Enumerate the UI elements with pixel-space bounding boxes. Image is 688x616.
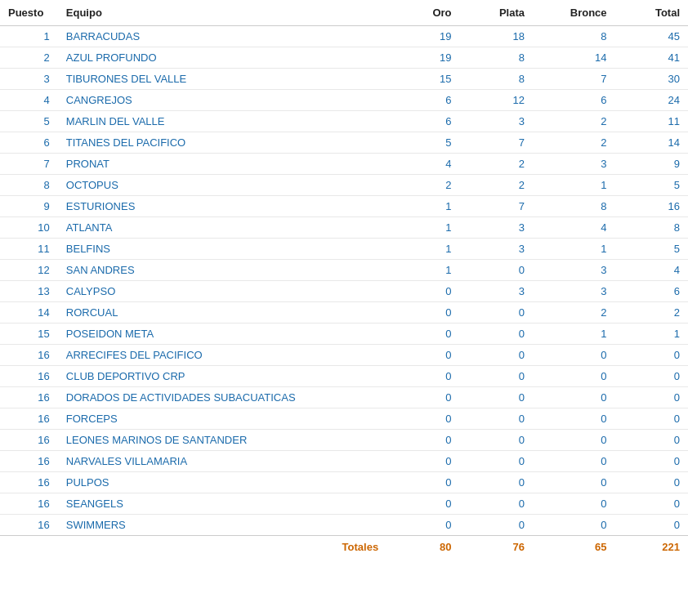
table-row: 1BARRACUDAS1918845 <box>0 26 688 47</box>
header-equipo: Equipo <box>58 0 386 26</box>
table-row: 9ESTURIONES17816 <box>0 196 688 217</box>
cell-total: 9 <box>615 154 688 175</box>
table-row: 7PRONAT4239 <box>0 154 688 175</box>
cell-bronce: 7 <box>533 69 615 90</box>
cell-total: 0 <box>615 451 688 472</box>
totales-total: 221 <box>615 536 688 559</box>
cell-oro: 0 <box>386 408 459 430</box>
cell-oro: 4 <box>386 154 459 175</box>
cell-oro: 0 <box>386 430 459 451</box>
cell-puesto: 9 <box>0 196 58 217</box>
cell-bronce: 14 <box>533 47 615 69</box>
cell-equipo: ARRECIFES DEL PACIFICO <box>58 345 386 366</box>
cell-bronce: 0 <box>533 493 615 515</box>
cell-total: 0 <box>615 408 688 430</box>
table-row: 3TIBURONES DEL VALLE158730 <box>0 69 688 90</box>
cell-puesto: 16 <box>0 493 58 515</box>
cell-plata: 3 <box>460 111 533 132</box>
table-row: 13CALYPSO0336 <box>0 281 688 302</box>
cell-puesto: 16 <box>0 387 58 408</box>
cell-bronce: 1 <box>533 239 615 260</box>
cell-plata: 0 <box>460 515 533 536</box>
cell-bronce: 8 <box>533 26 615 47</box>
table-row: 15POSEIDON META0011 <box>0 324 688 345</box>
cell-puesto: 14 <box>0 302 58 324</box>
table-row: 16CLUB DEPORTIVO CRP0000 <box>0 366 688 387</box>
cell-total: 0 <box>615 366 688 387</box>
cell-bronce: 0 <box>533 515 615 536</box>
table-row: 16SEANGELS0000 <box>0 493 688 515</box>
cell-total: 45 <box>615 26 688 47</box>
table-row: 10ATLANTA1348 <box>0 217 688 239</box>
cell-puesto: 16 <box>0 366 58 387</box>
cell-bronce: 3 <box>533 260 615 281</box>
cell-equipo: SAN ANDRES <box>58 260 386 281</box>
table-row: 16FORCEPS0000 <box>0 408 688 430</box>
totales-bronce: 65 <box>533 536 615 559</box>
cell-equipo: PULPOS <box>58 472 386 493</box>
cell-puesto: 12 <box>0 260 58 281</box>
cell-equipo: OCTOPUS <box>58 175 386 196</box>
cell-puesto: 16 <box>0 472 58 493</box>
cell-plata: 18 <box>460 26 533 47</box>
cell-plata: 0 <box>460 345 533 366</box>
cell-bronce: 3 <box>533 154 615 175</box>
table-row: 4CANGREJOS612624 <box>0 90 688 111</box>
cell-puesto: 7 <box>0 154 58 175</box>
cell-plata: 3 <box>460 239 533 260</box>
totales-oro: 80 <box>386 536 459 559</box>
cell-puesto: 4 <box>0 90 58 111</box>
cell-oro: 0 <box>386 302 459 324</box>
cell-plata: 8 <box>460 69 533 90</box>
cell-equipo: PRONAT <box>58 154 386 175</box>
cell-total: 16 <box>615 196 688 217</box>
cell-puesto: 15 <box>0 324 58 345</box>
cell-oro: 1 <box>386 196 459 217</box>
cell-total: 24 <box>615 90 688 111</box>
cell-equipo: AZUL PROFUNDO <box>58 47 386 69</box>
cell-total: 2 <box>615 302 688 324</box>
cell-plata: 12 <box>460 90 533 111</box>
cell-total: 8 <box>615 217 688 239</box>
cell-bronce: 0 <box>533 472 615 493</box>
cell-oro: 19 <box>386 47 459 69</box>
cell-equipo: DORADOS DE ACTIVIDADES SUBACUATICAS <box>58 387 386 408</box>
medal-table: Puesto Equipo Oro Plata Bronce Total 1BA… <box>0 0 688 558</box>
cell-plata: 7 <box>460 196 533 217</box>
table-row: 5MARLIN DEL VALLE63211 <box>0 111 688 132</box>
cell-total: 0 <box>615 387 688 408</box>
cell-oro: 0 <box>386 493 459 515</box>
table-row: 2AZUL PROFUNDO1981441 <box>0 47 688 69</box>
cell-equipo: CANGREJOS <box>58 90 386 111</box>
cell-plata: 0 <box>460 302 533 324</box>
table-row: 16ARRECIFES DEL PACIFICO0000 <box>0 345 688 366</box>
header-plata: Plata <box>460 0 533 26</box>
cell-oro: 0 <box>386 366 459 387</box>
cell-plata: 0 <box>460 260 533 281</box>
totales-plata: 76 <box>460 536 533 559</box>
cell-bronce: 2 <box>533 302 615 324</box>
cell-equipo: NARVALES VILLAMARIA <box>58 451 386 472</box>
cell-equipo: BARRACUDAS <box>58 26 386 47</box>
header-bronce: Bronce <box>533 0 615 26</box>
cell-oro: 6 <box>386 90 459 111</box>
cell-puesto: 10 <box>0 217 58 239</box>
table-row: 12SAN ANDRES1034 <box>0 260 688 281</box>
cell-bronce: 2 <box>533 111 615 132</box>
cell-equipo: FORCEPS <box>58 408 386 430</box>
cell-oro: 0 <box>386 345 459 366</box>
cell-equipo: MARLIN DEL VALLE <box>58 111 386 132</box>
cell-bronce: 1 <box>533 175 615 196</box>
cell-equipo: CALYPSO <box>58 281 386 302</box>
cell-oro: 1 <box>386 217 459 239</box>
cell-oro: 1 <box>386 260 459 281</box>
cell-plata: 0 <box>460 472 533 493</box>
cell-total: 0 <box>615 472 688 493</box>
cell-equipo: POSEIDON META <box>58 324 386 345</box>
cell-plata: 8 <box>460 47 533 69</box>
cell-puesto: 16 <box>0 451 58 472</box>
table-row: 11BELFINS1315 <box>0 239 688 260</box>
cell-bronce: 0 <box>533 430 615 451</box>
cell-total: 1 <box>615 324 688 345</box>
cell-bronce: 1 <box>533 324 615 345</box>
